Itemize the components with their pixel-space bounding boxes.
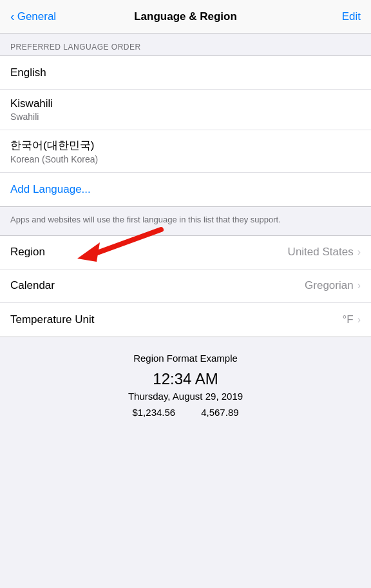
language-secondary-korean: Korean (South Korea) [10,154,98,164]
region-right: United States › [288,246,361,259]
temperature-value: °F [342,313,353,326]
add-language-label: Add Language... [10,183,91,196]
row-left-kiswahili: Kiswahili Swahili [10,97,53,122]
page-title: Language & Region [134,10,237,23]
row-left-english: English [10,66,46,79]
format-example-title: Region Format Example [10,353,361,364]
language-row-english[interactable]: English [0,56,371,90]
format-time: 12:34 AM [10,370,361,388]
back-label: General [17,10,56,23]
language-name-english: English [10,66,46,79]
format-numbers: $1,234.56 4,567.89 [10,407,361,418]
format-example-section: Region Format Example 12:34 AM Thursday,… [0,337,371,438]
svg-marker-1 [77,242,100,262]
settings-section: Region United States › Ca [0,235,371,337]
language-row-korean[interactable]: 한국어(대한민국) Korean (South Korea) [0,130,371,173]
languages-group: English Kiswahili Swahili 한국어(대한민국) Kore… [0,55,371,207]
region-value: United States [288,246,354,259]
language-secondary-kiswahili: Swahili [10,112,53,122]
calendar-right: Gregorian › [305,279,361,292]
format-number1: $1,234.56 [132,407,175,418]
settings-group: Region United States › Ca [0,235,371,337]
row-left-korean: 한국어(대한민국) Korean (South Korea) [10,138,98,164]
add-language-row[interactable]: Add Language... [0,173,371,206]
calendar-value: Gregorian [305,279,354,292]
language-name-kiswahili: Kiswahili [10,97,53,110]
temperature-right: °F › [342,313,361,326]
format-date: Thursday, August 29, 2019 [10,391,361,402]
chevron-left-icon: ‹ [10,10,15,23]
chevron-right-icon-temp: › [357,314,361,326]
format-number2: 4,567.89 [201,407,238,418]
navigation-bar: ‹ General Language & Region Edit [0,0,371,34]
chevron-right-icon-calendar: › [357,280,361,291]
info-text: Apps and websites will use the first lan… [0,207,371,235]
region-label: Region [10,246,45,259]
temperature-label: Temperature Unit [10,313,94,326]
preferred-language-header: PREFERRED LANGUAGE ORDER [0,34,371,55]
edit-button[interactable]: Edit [342,10,361,23]
language-row-kiswahili[interactable]: Kiswahili Swahili [0,90,371,130]
chevron-right-icon-region: › [357,246,361,258]
language-name-korean: 한국어(대한민국) [10,138,98,153]
calendar-row[interactable]: Calendar Gregorian › [0,270,371,303]
calendar-label: Calendar [10,279,55,292]
temperature-row[interactable]: Temperature Unit °F › [0,303,371,337]
back-button[interactable]: ‹ General [10,10,56,23]
region-row[interactable]: Region United States › [0,236,371,270]
